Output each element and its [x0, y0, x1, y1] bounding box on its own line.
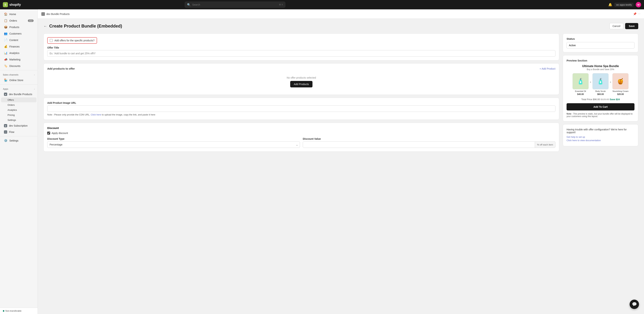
- sidebar-divider-2: [0, 84, 38, 85]
- shopify-logo-text: shopify: [9, 3, 21, 7]
- sidebar-item-label: Flow: [9, 131, 14, 133]
- store-icon: 🏪: [4, 78, 8, 82]
- product-thumb-2: 🧴: [592, 73, 608, 89]
- offers-label: Offers: [8, 99, 14, 101]
- offer-checkbox-wrap: Add offers for the specific products?: [47, 37, 97, 44]
- discount-suffix: % off each item: [535, 142, 555, 148]
- discount-value-wrap: % off each item: [303, 141, 556, 148]
- sidebar-item-settings[interactable]: ⚙️ Settings: [1, 137, 36, 144]
- sidebar-item-orders-sub[interactable]: Orders: [1, 103, 36, 107]
- add-product-link[interactable]: + Add Product: [540, 67, 556, 70]
- sidebar-item-label: Home: [9, 13, 16, 16]
- add-products-button[interactable]: Add Products: [290, 81, 312, 87]
- search-shortcut: ⌘ K: [279, 4, 283, 6]
- breadcrumb-text: dev Bundle Products: [46, 13, 70, 16]
- page-title: Create Product Bundle (Embedded): [49, 24, 122, 29]
- discount-type-select-wrap: Percentage Fixed Amount ⌄: [47, 141, 300, 148]
- support-link-2[interactable]: Click here to view documentation: [566, 139, 634, 142]
- save-button[interactable]: Save: [625, 23, 638, 29]
- sidebar-divider-1: [0, 70, 38, 70]
- sidebar-item-finances[interactable]: 💰 Finances: [1, 43, 36, 50]
- sidebar-item-label: Settings: [9, 139, 18, 142]
- preview-note-label: Note: [566, 113, 572, 115]
- app-layout: 🏠 Home 📋 Orders 212 📦 Products 👥 Custome…: [0, 9, 644, 314]
- products-icon: 📦: [4, 25, 8, 29]
- sidebar-item-flow[interactable]: ⬡ Flow: [1, 129, 36, 135]
- analytics-icon: 📊: [4, 51, 8, 55]
- sidebar-item-label: dev Subscription: [9, 124, 28, 127]
- note-prefix: Note :: [47, 113, 54, 116]
- page-content: ← Create Product Bundle (Embedded) Cance…: [38, 19, 644, 314]
- home-icon: 🏠: [4, 13, 8, 16]
- main-content: dev Bundle Products 📌 ··· ← Create Produ…: [38, 9, 644, 314]
- sidebar-item-settings-sub[interactable]: Settings: [1, 118, 36, 122]
- support-link-1[interactable]: Get help to set up: [566, 136, 634, 138]
- sidebar: 🏠 Home 📋 Orders 212 📦 Products 👥 Custome…: [0, 9, 38, 314]
- chat-button[interactable]: 💬: [630, 299, 639, 309]
- sidebar-item-online-store[interactable]: 🏪 Online Store: [1, 77, 36, 83]
- sidebar-item-dev-subscription[interactable]: ◈ dev Subscription: [1, 123, 36, 129]
- click-here-link[interactable]: Click here: [91, 113, 101, 116]
- pin-icon[interactable]: 📌: [633, 12, 637, 16]
- product-thumb-3: 🍯: [612, 73, 628, 89]
- sidebar-item-home[interactable]: 🏠 Home: [1, 11, 36, 17]
- sidebar-item-label: Online Store: [9, 79, 23, 82]
- sidebar-item-analytics[interactable]: 📊 Analytics: [1, 50, 36, 56]
- sidebar-item-analytics-sub[interactable]: Analytics: [1, 108, 36, 112]
- image-url-input[interactable]: [47, 105, 556, 112]
- shopify-logo[interactable]: S shopify: [3, 2, 21, 7]
- status-select[interactable]: Active Inactive: [566, 42, 634, 49]
- sidebar-item-label: dev Bundle Products: [9, 93, 32, 96]
- apps-label: Apps ›: [0, 86, 38, 91]
- search-bar[interactable]: 🔍 ⌘ K: [185, 2, 285, 8]
- preview-card: Preview Section Ultimate Home Spa Bundle…: [563, 55, 638, 121]
- sidebar-item-discounts[interactable]: 🏷️ Discounts: [1, 63, 36, 69]
- sidebar-item-marketing[interactable]: 📣 Marketing: [1, 56, 36, 63]
- page-header: ← Create Product Bundle (Embedded) Cance…: [44, 23, 638, 29]
- right-column: Status Active Inactive Preview Section: [563, 34, 638, 149]
- product-name-1: Essential Oil: [575, 90, 586, 92]
- discount-type-select[interactable]: Percentage Fixed Amount: [47, 141, 300, 148]
- image-url-label: Add Product Image URL: [47, 101, 556, 104]
- sidebar-item-customers[interactable]: 👥 Customers: [1, 30, 36, 37]
- bundle-subtitle: Buy a Bundle and Save 20%: [566, 68, 634, 71]
- offer-title-label: Offer Title: [47, 46, 556, 49]
- sidebar-item-orders[interactable]: 📋 Orders 212: [1, 18, 36, 24]
- preview-title: Preview Section: [566, 59, 634, 62]
- product-name-2: Body Scrub: [596, 90, 606, 92]
- store-badge[interactable]: wc-apps-testify: [614, 3, 634, 7]
- cancel-button[interactable]: Cancel: [610, 23, 624, 29]
- sidebar-item-offers[interactable]: Offers: [1, 98, 36, 102]
- search-input[interactable]: [192, 3, 278, 6]
- offer-title-input[interactable]: [47, 50, 556, 57]
- sidebar-item-dev-bundle[interactable]: ◈ dev Bundle Products: [1, 91, 36, 97]
- bundle-name: Ultimate Home Spa Bundle: [566, 65, 634, 68]
- user-avatar[interactable]: W: [636, 2, 641, 7]
- discount-title: Discount: [47, 126, 556, 130]
- bundle-total: Total Price $96.00 $120.00 Save $24: [566, 98, 634, 101]
- sidebar-item-pricing[interactable]: Pricing: [1, 113, 36, 117]
- more-icon[interactable]: ···: [638, 12, 640, 16]
- offer-title-card: Add offers for the specific products? Of…: [44, 34, 559, 61]
- sidebar-item-label: Marketing: [9, 58, 20, 61]
- bell-icon[interactable]: 🔔: [608, 3, 612, 7]
- image-note: Note : Please only provide the CDN URL. …: [47, 113, 556, 116]
- bundle-product-1: 🧴 Essential Oil $40.00: [572, 73, 589, 96]
- breadcrumb-icon: [41, 12, 45, 16]
- back-arrow[interactable]: ←: [44, 24, 47, 28]
- plus-sign-1: +: [590, 81, 591, 84]
- add-to-cart-button[interactable]: Add To Cart: [566, 103, 634, 110]
- offer-checkbox[interactable]: [50, 39, 53, 42]
- discount-value-input[interactable]: [303, 142, 535, 148]
- product-price-2: $60.00: [597, 93, 604, 96]
- sidebar-item-label: Discounts: [9, 65, 20, 68]
- sidebar-item-products[interactable]: 📦 Products: [1, 24, 36, 30]
- apply-discount-checkbox[interactable]: [47, 132, 50, 135]
- sidebar-item-content[interactable]: 📄 Content: [1, 37, 36, 43]
- discounts-icon: 🏷️: [4, 64, 8, 68]
- no-products-text: No offer products selected: [51, 76, 552, 79]
- support-card: Having trouble with offer configuration?…: [563, 124, 638, 146]
- sidebar-divider-3: [0, 136, 38, 136]
- image-url-card: Add Product Image URL Note : Please only…: [44, 98, 559, 120]
- products-section-title: Add products to offer: [47, 67, 75, 70]
